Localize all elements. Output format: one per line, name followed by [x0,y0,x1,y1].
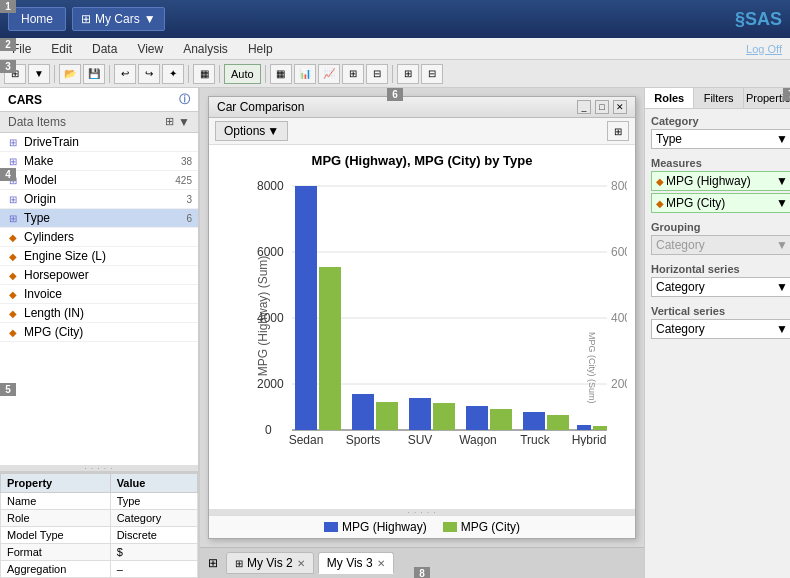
close-button[interactable]: ✕ [613,100,627,114]
svg-text:4000: 4000 [611,311,627,325]
tab-close-icon[interactable]: ✕ [297,558,305,569]
measure-city[interactable]: ◆ MPG (City) ▼ [651,193,790,213]
list-item[interactable]: ◆ Invoice [0,285,198,304]
tb-undo-btn[interactable]: ↩ [114,64,136,84]
svg-text:6000: 6000 [611,245,627,259]
tb-auto-btn[interactable]: Auto [224,64,261,84]
bar-truck-highway[interactable] [523,412,545,430]
right-panel: 7 Roles Filters Properties Category Type… [644,88,790,578]
tb-chart4-btn[interactable]: ⊞ [342,64,364,84]
mycars-button[interactable]: ⊞ My Cars ▼ [72,7,165,31]
bar-hybrid-city[interactable] [593,426,607,430]
grouping-section: Grouping Category ▼ [651,221,790,255]
menu-view[interactable]: View [133,40,167,58]
tb-redo-btn[interactable]: ↪ [138,64,160,84]
step-7: 7 [783,88,790,101]
svg-text:MPG (Highway) (Sum): MPG (Highway) (Sum) [257,256,270,377]
tb-chart3-btn[interactable]: 📈 [318,64,340,84]
prop-name: Name [1,493,111,510]
info-icon[interactable]: ⓘ [179,92,190,107]
bar-suv-highway[interactable] [409,398,431,430]
tb-chart5-btn[interactable]: ⊟ [366,64,388,84]
menu-data[interactable]: Data [88,40,121,58]
list-item[interactable]: ◆ Engine Size (L) [0,247,198,266]
viz-layout-btn[interactable]: ⊞ [607,121,629,141]
tb-open-btn[interactable]: 📂 [59,64,81,84]
category-icon: ⊞ [6,135,20,149]
maximize-button[interactable]: □ [595,100,609,114]
vertical-series-dropdown[interactable]: Category ▼ [651,319,790,339]
list-item[interactable]: ⊞ Origin 3 [0,190,198,209]
list-item[interactable]: ⊞ DriveTrain [0,133,198,152]
category-icon: ⊞ [6,211,20,225]
bar-wagon-highway[interactable] [466,406,488,430]
bar-wagon-city[interactable] [490,409,512,430]
chart-svg: 8000 6000 4000 2000 0 MPG (Highway) (Sum… [257,176,627,446]
bar-sedan-highway[interactable] [295,186,317,430]
filter-icon[interactable]: ▼ [178,115,190,129]
bar-hybrid-highway[interactable] [577,425,591,430]
tree-icon[interactable]: ⊞ [165,115,174,129]
table-row[interactable]: Role Category [1,510,198,527]
measures-label: Measures [651,157,790,169]
viz-titlebar: Car Comparison _ □ ✕ [209,97,635,118]
tb-chart1-btn[interactable]: ▦ [270,64,292,84]
bar-sports-city[interactable] [376,402,398,430]
legend-city-label: MPG (City) [461,520,520,534]
bar-sports-highway[interactable] [352,394,374,430]
measure-icon: ◆ [6,306,20,320]
logoff-link[interactable]: Log Off [746,43,782,55]
options-button[interactable]: Options ▼ [215,121,288,141]
horizontal-series-dropdown[interactable]: Category ▼ [651,277,790,297]
list-item[interactable]: ◆ Cylinders [0,228,198,247]
sas-logo: §SAS [735,9,782,30]
tab-close-icon[interactable]: ✕ [377,558,385,569]
list-item[interactable]: ◆ MPG (City) [0,323,198,342]
svg-text:2000: 2000 [257,377,284,391]
table-row[interactable]: Format $ [1,544,198,561]
category-dropdown[interactable]: Type ▼ [651,129,790,149]
toolbar-sep-5 [265,65,266,83]
cars-title: CARS [8,93,42,107]
prop-col-header: Property [1,474,111,493]
grouping-dropdown[interactable]: Category ▼ [651,235,790,255]
menu-analysis[interactable]: Analysis [179,40,232,58]
bar-sedan-city[interactable] [319,267,341,430]
menu-edit[interactable]: Edit [47,40,76,58]
bar-suv-city[interactable] [433,403,455,430]
center-area: Car Comparison _ □ ✕ Options ▼ ⊞ MPG (Hi… [200,88,644,578]
tab-roles[interactable]: Roles [645,88,694,108]
list-item[interactable]: ⊞ Model 425 [0,171,198,190]
table-row[interactable]: Name Type [1,493,198,510]
prop-value: – [110,561,197,578]
minimize-button[interactable]: _ [577,100,591,114]
category-icon: ⊞ [6,192,20,206]
tb-table-btn[interactable]: ▦ [193,64,215,84]
list-item[interactable]: ⊞ Make 38 [0,152,198,171]
tb-star-btn[interactable]: ✦ [162,64,184,84]
measure-icon: ◆ [6,230,20,244]
prop-name: Model Type [1,527,111,544]
tb-chart2-btn[interactable]: 📊 [294,64,316,84]
home-button[interactable]: Home [8,7,66,31]
tab-filters[interactable]: Filters [694,88,743,108]
list-item-type[interactable]: ⊞ Type 6 [0,209,198,228]
list-item[interactable]: ◆ Horsepower [0,266,198,285]
tb-layout1-btn[interactable]: ⊞ [397,64,419,84]
list-item[interactable]: ◆ Length (IN) [0,304,198,323]
tab-my-vis-2[interactable]: ⊞ My Vis 2 ✕ [226,552,314,574]
table-row[interactable]: Model Type Discrete [1,527,198,544]
roles-content: Category Type ▼ Measures ◆ MPG (Highway)… [645,109,790,578]
menu-help[interactable]: Help [244,40,277,58]
tabs-nav-icon[interactable]: ⊞ [208,556,218,570]
data-items-list[interactable]: ⊞ DriveTrain ⊞ Make 38 ⊞ Model 425 ⊞ Ori… [0,133,198,465]
tb-dropdown-btn[interactable]: ▼ [28,64,50,84]
legend-area: MPG (Highway) MPG (City) [209,515,635,538]
tab-my-vis-3[interactable]: My Vis 3 ✕ [318,552,394,574]
measure-highway[interactable]: ◆ MPG (Highway) ▼ [651,171,790,191]
bar-truck-city[interactable] [547,415,569,430]
tb-save-btn[interactable]: 💾 [83,64,105,84]
tb-layout2-btn[interactable]: ⊟ [421,64,443,84]
step-3: 3 [0,60,16,73]
table-row[interactable]: Aggregation – [1,561,198,578]
